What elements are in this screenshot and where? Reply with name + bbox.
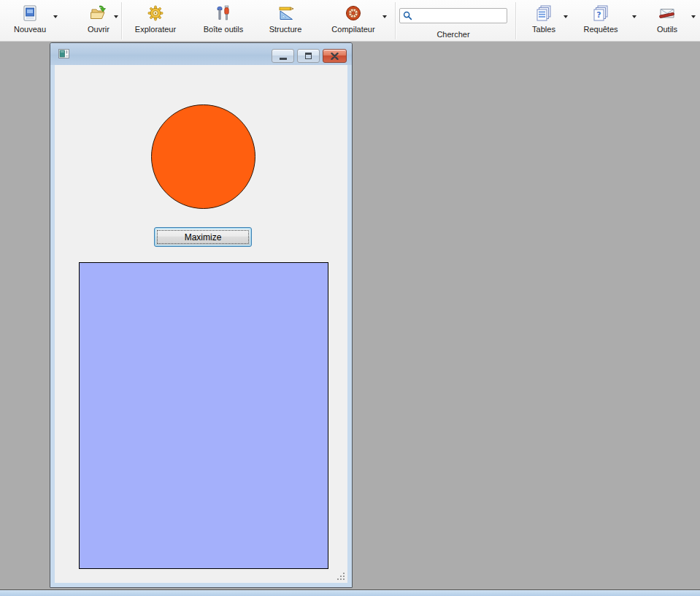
toolbar-label: Compilateur [328,25,379,34]
toolbar-button-outils[interactable]: Outils [645,3,689,34]
requetes-dropdown-arrow-icon[interactable] [632,15,636,18]
maximize-icon [305,53,312,59]
main-toolbar: Nouveau Ouvrir [0,0,700,42]
set-square-icon [260,3,311,23]
window-titlebar[interactable] [50,43,352,65]
outils-dropdown-arrow-icon[interactable] [691,15,696,18]
gear-icon [129,3,182,23]
toolbar-button-structure[interactable]: Structure [260,3,311,34]
minimize-button[interactable] [272,49,294,63]
toolbar-button-compilateur[interactable]: Compilateur [328,3,379,34]
toolbar-button-tables[interactable]: Tables [520,3,567,34]
close-icon [331,53,339,60]
toolbar-separator [121,2,122,39]
blue-rectangle-shape [79,262,328,569]
toolbar-label: Tables [520,25,567,34]
toolbar-label: Boîte outils [197,25,250,34]
toolbar-button-requetes[interactable]: ? Requêtes [577,3,625,34]
search-box[interactable] [399,8,507,23]
minimize-icon [280,58,287,60]
compiler-wheel-icon [328,3,379,23]
window-client-area: Maximize [55,65,347,583]
maximize-restore-button[interactable] [297,49,320,63]
toolbox-icon [197,3,250,23]
maximize-form-button[interactable]: Maximize [154,227,252,247]
bottom-bar[interactable] [0,589,700,596]
queries-icon: ? [577,3,625,23]
nouveau-dropdown-arrow-icon[interactable] [53,15,58,18]
toolbar-label: Structure [260,25,311,34]
toolbar-label: Ouvrir [77,25,120,34]
orange-circle-shape [151,104,255,209]
workspace: Maximize [0,42,700,589]
toolbar-label: Nouveau [7,25,53,34]
ouvrir-dropdown-arrow-icon[interactable] [114,15,118,18]
toolbar-button-boite-outils[interactable]: Boîte outils [197,3,250,34]
search-input[interactable] [415,12,504,20]
tables-icon [520,3,567,23]
window-controls [272,49,347,63]
tools-icon [645,3,689,23]
window-icon [58,48,71,60]
svg-text:?: ? [596,10,601,20]
open-folder-icon [77,3,120,23]
resize-grip[interactable] [336,571,345,581]
search-label: Chercher [399,30,507,39]
toolbar-label: Explorateur [129,25,182,34]
child-window: Maximize [50,42,353,588]
toolbar-separator [515,2,516,39]
toolbar-separator [395,2,396,39]
close-button[interactable] [323,49,347,63]
search-icon [403,11,412,20]
toolbar-label: Requêtes [577,25,625,34]
toolbar-button-nouveau[interactable]: Nouveau [7,3,53,34]
compilateur-dropdown-arrow-icon[interactable] [382,15,387,18]
tables-dropdown-arrow-icon[interactable] [564,15,568,18]
toolbar-button-ouvrir[interactable]: Ouvrir [77,3,120,34]
new-document-icon [7,3,53,23]
toolbar-label: Outils [645,25,689,34]
toolbar-button-explorateur[interactable]: Explorateur [129,3,182,34]
